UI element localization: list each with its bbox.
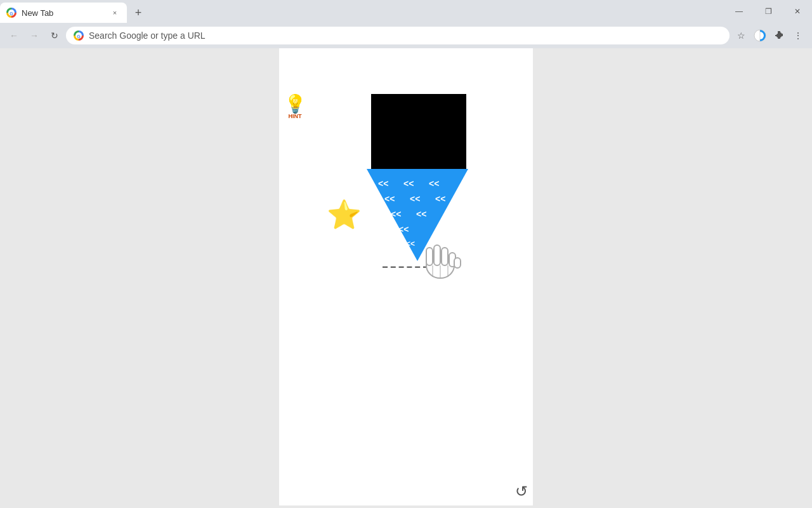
tab-favicon: G <box>6 8 16 18</box>
svg-text:<<: << <box>403 178 414 189</box>
new-tab-button[interactable]: + <box>129 4 147 22</box>
svg-text:<<: << <box>384 194 395 204</box>
content-area: 💡 HINT << << << << << << << << <box>0 48 812 508</box>
svg-text:G: G <box>77 34 81 39</box>
puzzle-icon <box>773 30 785 41</box>
svg-text:<<: << <box>406 239 415 248</box>
svg-text:G: G <box>10 11 13 16</box>
forward-button[interactable]: → <box>25 27 43 44</box>
svg-rect-26 <box>454 258 461 268</box>
svg-rect-24 <box>426 248 433 265</box>
star-emoji: ⭐ <box>327 199 362 230</box>
profile-button[interactable] <box>751 27 769 44</box>
active-tab[interactable]: G New Tab × <box>0 3 127 23</box>
chrome-browser: G New Tab × + — ❐ ✕ ← → ↻ G Searc <box>0 0 812 508</box>
address-bar: ← → ↻ G Search Google or type a URL ☆ <box>0 23 812 48</box>
back-button[interactable]: ← <box>5 27 23 44</box>
google-logo-icon: G <box>74 30 84 41</box>
lightbulb-emoji: 💡 <box>284 94 306 114</box>
toolbar-right: ☆ ⋮ <box>732 27 807 44</box>
address-text: Search Google or type a URL <box>89 30 206 41</box>
svg-text:<<: << <box>378 178 388 189</box>
hand-svg <box>419 239 462 282</box>
svg-text:<<: << <box>435 194 445 204</box>
svg-text:<<: << <box>429 178 439 189</box>
bookmark-button[interactable]: ☆ <box>732 27 750 44</box>
svg-rect-22 <box>442 248 448 265</box>
hand-cursor-icon <box>419 239 462 287</box>
black-rectangle <box>371 94 466 170</box>
extensions-button[interactable] <box>770 27 788 44</box>
bottom-reload-button[interactable]: ↺ <box>510 480 533 503</box>
tab-title: New Tab <box>22 8 104 18</box>
minimize-button[interactable]: — <box>724 0 754 23</box>
address-input[interactable]: G Search Google or type a URL <box>66 27 730 44</box>
svg-rect-23 <box>434 245 440 265</box>
svg-text:<<: << <box>398 224 409 234</box>
window-controls: — ❐ ✕ <box>724 0 812 23</box>
close-button[interactable]: ✕ <box>783 0 812 23</box>
svg-text:<<: << <box>391 209 401 219</box>
tab-close-button[interactable]: × <box>109 7 121 18</box>
profile-icon <box>754 29 766 42</box>
menu-button[interactable]: ⋮ <box>789 27 807 44</box>
maximize-button[interactable]: ❐ <box>754 0 783 23</box>
lightbulb-label: HINT <box>282 113 308 119</box>
reload-button[interactable]: ↻ <box>46 27 63 44</box>
svg-text:<<: << <box>416 209 426 219</box>
svg-text:<<: << <box>410 194 420 204</box>
star-icon: ⭐ <box>327 201 362 229</box>
tab-bar: G New Tab × + — ❐ ✕ <box>0 0 812 23</box>
